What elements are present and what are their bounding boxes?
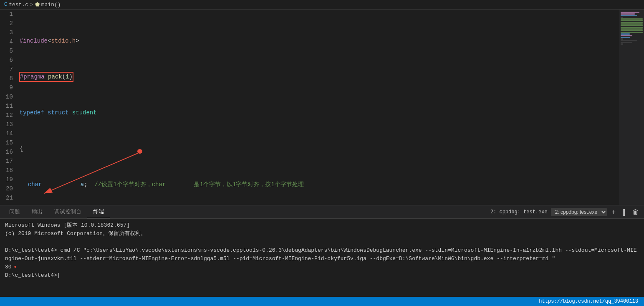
terminal-line-4: D:\c_test\test4> cmd /C "c:\Users\LiuYao… [5, 246, 639, 263]
tab-debug-console[interactable]: 调试控制台 [48, 205, 87, 218]
line-num-18: 18 [6, 166, 13, 175]
terminal-line-6: D:\c_test\test4>| [5, 271, 639, 280]
line-num-15: 15 [6, 138, 13, 147]
terminal-line-3 [5, 238, 639, 246]
line-num-3: 3 [6, 28, 13, 37]
line-numbers: 1 2 3 4 5 6 7 8 9 10 11 12 13 14 15 16 1… [0, 10, 17, 205]
breadcrumb-func[interactable]: main() [41, 2, 61, 8]
status-link[interactable]: https://blog.csdn.net/qq_39400113 [539, 298, 638, 304]
code-line-1: #include<stdio.h> [20, 36, 619, 46]
line-num-10: 10 [6, 92, 13, 101]
terminal-delete-button[interactable]: 🗑 [631, 207, 641, 217]
terminal-panel: 问题 输出 调试控制台 终端 2: cppdbg: test.exe 2: cp… [0, 205, 644, 297]
line-num-20: 20 [6, 184, 13, 193]
terminal-split-button[interactable]: ‖ [621, 207, 627, 217]
line-num-9: 9 [6, 83, 13, 92]
minimap [619, 10, 644, 205]
status-bar: https://blog.csdn.net/qq_39400113 [0, 297, 644, 306]
tab-issues[interactable]: 问题 [3, 205, 26, 218]
terminal-selector[interactable]: 2: cppdbg: test.exe [551, 208, 607, 216]
line-num-6: 6 [6, 56, 13, 65]
line-num-16: 16 [6, 147, 13, 157]
code-line-3: typedef struct student [20, 108, 619, 117]
terminal-selector-label: 2: cppdbg: test.exe [490, 209, 548, 215]
tab-terminal[interactable]: 终端 [87, 205, 110, 218]
code-line-4: { [20, 144, 619, 153]
terminal-content[interactable]: Microsoft Windows [版本 10.0.18362.657] (c… [0, 219, 644, 297]
breadcrumb-sep1: > [30, 2, 33, 8]
code-content[interactable]: #include<stdio.h> #pragma pack(1) typede… [17, 10, 619, 205]
terminal-add-button[interactable]: + [610, 207, 617, 217]
file-type-icon: C [4, 2, 7, 8]
line-num-7: 7 [6, 65, 13, 74]
line-num-1: 1 [6, 10, 13, 19]
line-num-19: 19 [6, 175, 13, 184]
terminal-tab-bar: 问题 输出 调试控制台 终端 2: cppdbg: test.exe 2: cp… [0, 205, 644, 219]
line-num-12: 12 [6, 111, 13, 120]
terminal-line-5: 30 ● [5, 263, 639, 271]
terminal-line-2: (c) 2019 Microsoft Corporation。保留所有权利。 [5, 230, 639, 238]
tab-output[interactable]: 输出 [26, 205, 48, 218]
line-num-11: 11 [6, 101, 13, 111]
line-num-13: 13 [6, 120, 13, 129]
func-icon: ⬟ [35, 1, 40, 8]
editor-area: 1 2 3 4 5 6 7 8 9 10 11 12 13 14 15 16 1… [0, 10, 644, 205]
line-num-4: 4 [6, 37, 13, 46]
code-editor[interactable]: 1 2 3 4 5 6 7 8 9 10 11 12 13 14 15 16 1… [0, 10, 644, 205]
line-num-21: 21 [6, 193, 13, 202]
terminal-line-1: Microsoft Windows [版本 10.0.18362.657] [5, 221, 639, 230]
line-num-14: 14 [6, 129, 13, 138]
breadcrumb-file[interactable]: test.c [9, 2, 28, 8]
line-num-5: 5 [6, 46, 13, 56]
line-num-17: 17 [6, 157, 13, 166]
code-line-5: char a; //设置1个字节对齐，char 是1个字节，以1字节对齐，按1个… [20, 180, 619, 189]
breadcrumb: C test.c > ⬟ main() [0, 0, 644, 10]
code-line-2: #pragma pack(1) [20, 72, 619, 81]
terminal-controls: 2: cppdbg: test.exe 2: cppdbg: test.exe … [490, 207, 641, 217]
line-num-2: 2 [6, 19, 13, 28]
line-num-8: 8 [6, 74, 13, 83]
